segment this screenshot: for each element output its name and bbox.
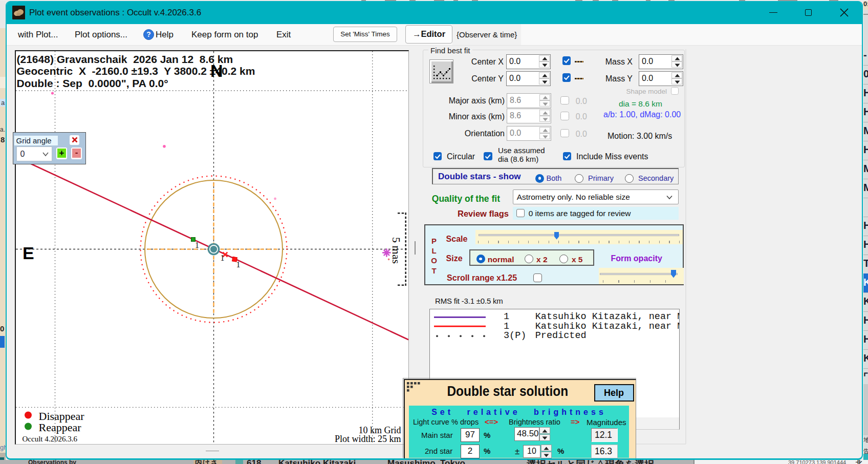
svg-text:1: 1 (236, 260, 240, 269)
svg-text:1: 1 (195, 241, 199, 249)
svg-text:1: 1 (220, 254, 224, 262)
